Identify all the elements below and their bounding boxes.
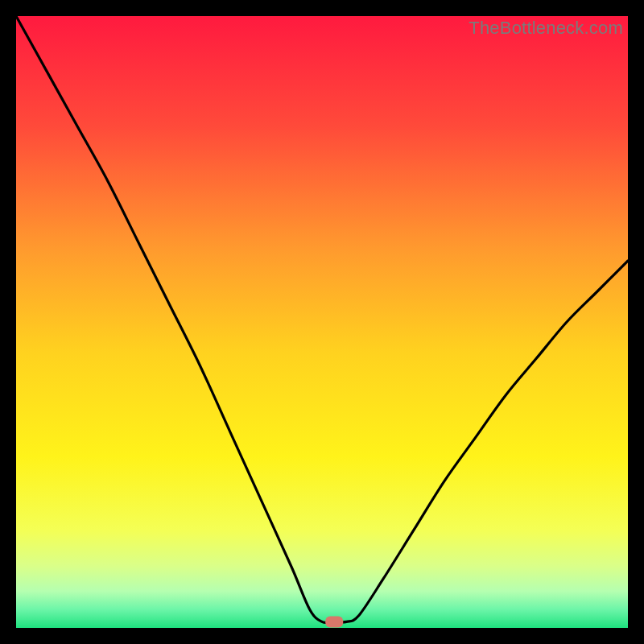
optimal-point-marker bbox=[325, 616, 343, 627]
bottleneck-chart bbox=[16, 16, 628, 628]
chart-background bbox=[16, 16, 628, 628]
chart-frame: TheBottleneck.com bbox=[16, 16, 628, 628]
